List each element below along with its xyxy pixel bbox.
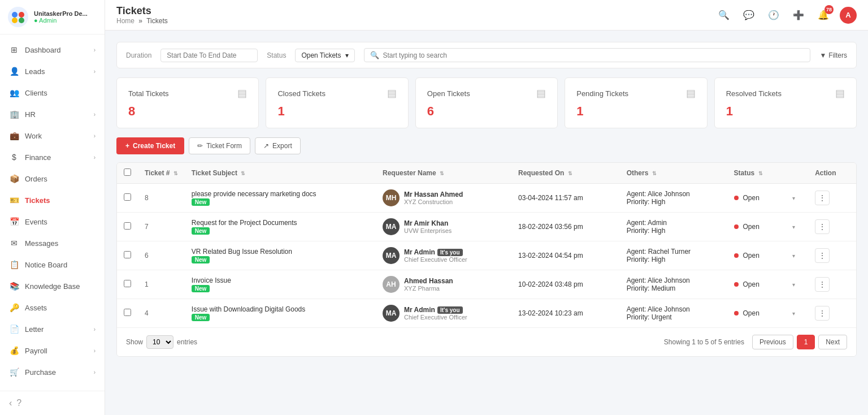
header-others: Others ⇅ xyxy=(620,163,727,184)
nav-item-left-messages: ✉ Messages xyxy=(9,238,58,248)
row-check-3[interactable] xyxy=(124,280,131,287)
status-dot-4 xyxy=(734,311,739,315)
status-dropdown-btn-2[interactable]: ▾ xyxy=(792,253,795,259)
search-input[interactable] xyxy=(383,51,804,59)
sidebar-item-notice-board[interactable]: 📋 Notice Board xyxy=(0,254,105,275)
row-check-2[interactable] xyxy=(124,251,131,258)
filters-button[interactable]: ▼ Filters xyxy=(819,51,847,59)
sidebar-item-events[interactable]: 📅 Events xyxy=(0,211,105,232)
nav-chevron-purchase: › xyxy=(94,369,96,375)
prev-page-button[interactable]: Previous xyxy=(752,335,793,349)
next-page-button[interactable]: Next xyxy=(818,335,847,349)
requester-cell-0: MH Mr Hassan Ahmed XYZ Construction xyxy=(376,184,511,213)
requester-cell-1: MA Mr Amir Khan UVW Enterprises xyxy=(376,213,511,241)
clock-icon[interactable]: 🕐 xyxy=(765,7,782,24)
stat-card-2: Open Tickets ▤ 6 xyxy=(415,77,558,128)
sidebar-item-assets[interactable]: 🔑 Assets xyxy=(0,297,105,318)
nav-item-left-work: 💼 Work xyxy=(9,131,42,141)
table-row: 4 Issue with Downloading Digital Goods N… xyxy=(117,299,856,328)
create-ticket-button[interactable]: + Create Ticket xyxy=(116,137,184,154)
nav-label-work: Work xyxy=(25,132,42,140)
requester-info-1: Mr Amir Khan UVW Enterprises xyxy=(404,219,452,234)
table-footer: Show 10 25 50 entries Showing 1 to 5 of … xyxy=(117,327,856,356)
action-button-1[interactable]: ⋮ xyxy=(815,219,830,234)
sidebar-item-purchase[interactable]: 🛒 Purchase › xyxy=(0,361,105,383)
notification-icon[interactable]: 🔔 78 xyxy=(815,7,832,24)
sidebar-item-dashboard[interactable]: ⊞ Dashboard › xyxy=(0,39,105,60)
status-cell-4: Open xyxy=(727,299,786,328)
svg-point-4 xyxy=(19,18,24,23)
row-check-1[interactable] xyxy=(124,222,131,230)
sidebar-brand-text: UnitaskerPro De... ● Admin xyxy=(34,10,88,24)
sidebar-item-knowledge-base[interactable]: 📚 Knowledge Base xyxy=(0,275,105,297)
status-dropdown[interactable]: Open Tickets ▾ xyxy=(295,49,355,62)
export-button[interactable]: ↗ Export xyxy=(255,137,301,154)
sidebar-item-letter[interactable]: 📄 Letter › xyxy=(0,318,105,340)
status-inner-3: Open xyxy=(734,280,779,288)
sidebar-item-leads[interactable]: 👤 Leads › xyxy=(0,60,105,82)
nav-icon-assets: 🔑 xyxy=(9,302,19,313)
sidebar-item-hr[interactable]: 🏢 HR › xyxy=(0,103,105,125)
sidebar-item-tickets[interactable]: 🎫 Tickets xyxy=(0,189,105,211)
status-dropdown-btn-1[interactable]: ▾ xyxy=(792,224,795,230)
requester-inner-4: MA Mr AdminIt's you Chief Executive Offi… xyxy=(383,305,505,322)
ticket-subject-0: please provide necessary marketing docs … xyxy=(185,184,376,213)
row-check-4[interactable] xyxy=(124,309,131,316)
nav-label-assets: Assets xyxy=(25,304,47,312)
status-value: Open Tickets xyxy=(301,51,341,59)
status-dropdown-btn-4[interactable]: ▾ xyxy=(792,310,795,317)
entries-select[interactable]: 10 25 50 xyxy=(146,335,173,349)
action-button-0[interactable]: ⋮ xyxy=(815,191,830,205)
sidebar-item-payroll[interactable]: 💰 Payroll › xyxy=(0,340,105,361)
sidebar-item-finance[interactable]: $ Finance › xyxy=(0,146,105,168)
status-label: Status xyxy=(267,51,286,59)
status-inner-1: Open xyxy=(734,223,779,231)
stat-header-0: Total Tickets ▤ xyxy=(128,87,247,100)
select-all-checkbox[interactable] xyxy=(124,168,131,176)
nav-item-left-clients: 👥 Clients xyxy=(9,88,47,98)
requested-on-4: 13-02-2024 10:23 am xyxy=(511,299,620,328)
search-icon[interactable]: 🔍 xyxy=(715,7,732,24)
nav-icon-messages: ✉ xyxy=(9,238,19,248)
action-button-2[interactable]: ⋮ xyxy=(815,248,830,263)
badge-new-0: New xyxy=(192,198,210,206)
status-inner-4: Open xyxy=(734,309,779,317)
header-checkbox-col xyxy=(117,163,138,184)
stat-icon-3: ▤ xyxy=(686,87,696,100)
header-ticket-subject: Ticket Subject ⇅ xyxy=(185,163,376,184)
row-check-0[interactable] xyxy=(124,193,131,201)
status-dropdown-btn-3[interactable]: ▾ xyxy=(792,282,795,288)
nav-label-finance: Finance xyxy=(25,153,51,162)
nav-label-leads: Leads xyxy=(25,67,45,76)
badge-new-4: New xyxy=(192,314,210,321)
action-cell-1: ⋮ xyxy=(808,213,856,241)
duration-label: Duration xyxy=(126,51,151,59)
sidebar-help-icon[interactable]: ? xyxy=(16,398,21,408)
filter-icon: ▼ xyxy=(819,51,826,59)
sidebar-item-clients[interactable]: 👥 Clients xyxy=(0,82,105,103)
status-text-1: Open xyxy=(743,223,760,231)
sidebar-item-orders[interactable]: 📦 Orders xyxy=(0,168,105,189)
requester-company-3: XYZ Pharma xyxy=(404,285,453,292)
sort-icon-status: ⇅ xyxy=(758,171,763,176)
action-button-3[interactable]: ⋮ xyxy=(815,277,830,292)
action-button-4[interactable]: ⋮ xyxy=(815,306,830,321)
sidebar-item-work[interactable]: 💼 Work › xyxy=(0,125,105,146)
requester-inner-3: AH Ahmed Hassan XYZ Pharma xyxy=(383,276,505,293)
header-requester: Requester Name ⇅ xyxy=(376,163,511,184)
plus-icon[interactable]: ➕ xyxy=(790,7,807,24)
ticket-num-1: 7 xyxy=(138,213,185,241)
sidebar-collapse-icon[interactable]: ‹ xyxy=(9,398,12,408)
breadcrumb-home[interactable]: Home xyxy=(116,17,134,25)
nav-item-left-knowledge-base: 📚 Knowledge Base xyxy=(9,281,80,291)
sidebar-item-messages[interactable]: ✉ Messages xyxy=(0,232,105,254)
page-1-button[interactable]: 1 xyxy=(797,335,815,349)
ticket-form-button[interactable]: ✏ Ticket Form xyxy=(189,137,250,154)
ticket-subject-2: VR Related Bug Issue Resolution New xyxy=(185,241,376,270)
chat-icon[interactable]: 💬 xyxy=(740,7,757,24)
status-dropdown-btn-0[interactable]: ▾ xyxy=(792,195,795,201)
date-range-input[interactable] xyxy=(160,49,258,62)
status-text-4: Open xyxy=(743,309,760,317)
priority-3: Priority: Medium xyxy=(627,284,721,292)
user-avatar[interactable]: A xyxy=(840,7,857,24)
